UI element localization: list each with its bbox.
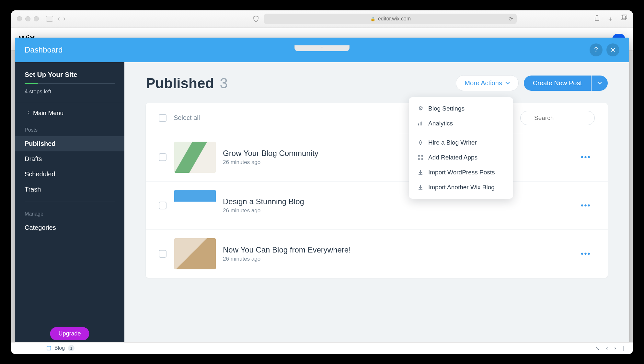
sidebar-item-drafts[interactable]: Drafts — [15, 151, 124, 167]
section-posts-label: Posts — [15, 123, 124, 136]
share-icon[interactable] — [594, 15, 600, 23]
sidebar-item-trash[interactable]: Trash — [15, 182, 124, 197]
browser-viewport: ⌃ WiX Dashboard ? ✕ Set Up Your Site — [11, 28, 633, 354]
post-time: 26 minutes ago — [223, 207, 304, 214]
create-post-dropdown[interactable] — [592, 76, 608, 91]
search-input[interactable] — [520, 111, 595, 125]
more-actions-dropdown: ⚙ Blog Settings Analytics — [409, 97, 513, 199]
bg-checkbox-icon — [47, 346, 51, 350]
url-text: editor.wix.com — [378, 16, 411, 22]
post-actions-icon[interactable]: ••• — [577, 198, 595, 213]
traffic-close[interactable] — [17, 16, 22, 21]
post-row[interactable]: Grow Your Blog Community 26 minutes ago … — [146, 133, 608, 182]
collapse-tab[interactable]: ⌃ — [294, 45, 350, 51]
traffic-min[interactable] — [25, 16, 30, 21]
apps-icon — [417, 155, 424, 160]
section-manage-label: Manage — [15, 206, 124, 220]
bg-tool-icon[interactable]: › — [615, 345, 616, 351]
pen-icon — [417, 140, 424, 145]
download-icon — [417, 185, 424, 190]
post-thumbnail — [174, 190, 216, 221]
svg-rect-6 — [418, 158, 420, 160]
mac-titlebar: ‹ › 🔒 editor.wix.com ⟳ ＋ — [11, 10, 633, 28]
setup-title: Set Up Your Site — [25, 71, 115, 78]
sidebar: Set Up Your Site 4 steps left 〈 Main Men… — [15, 62, 124, 350]
privacy-shield-icon[interactable] — [253, 16, 259, 22]
post-thumbnail — [174, 142, 216, 173]
svg-rect-1 — [622, 15, 627, 19]
mac-window: ‹ › 🔒 editor.wix.com ⟳ ＋ ⌃ WiX — [11, 10, 633, 354]
dd-analytics[interactable]: Analytics — [409, 116, 513, 131]
dashboard-modal: Dashboard ? ✕ Set Up Your Site 4 steps l… — [15, 38, 629, 350]
upgrade-button[interactable]: Upgrade — [50, 327, 89, 340]
svg-rect-4 — [418, 155, 420, 157]
post-checkbox[interactable] — [159, 250, 167, 258]
lock-icon: 🔒 — [370, 17, 375, 21]
select-all-checkbox[interactable] — [159, 114, 167, 122]
select-all-label: Select all — [174, 114, 200, 122]
gear-icon: ⚙ — [417, 105, 424, 112]
svg-rect-5 — [421, 155, 423, 157]
help-button[interactable]: ? — [590, 43, 603, 56]
sidebar-item-categories[interactable]: Categories — [15, 220, 124, 235]
more-actions-button[interactable]: More Actions — [456, 75, 519, 91]
post-actions-icon[interactable]: ••• — [577, 150, 595, 164]
sidebar-toggle[interactable] — [46, 16, 53, 22]
tabs-icon[interactable] — [621, 15, 627, 23]
dropdown-divider — [417, 133, 505, 133]
dd-hire-writer[interactable]: Hire a Blog Writer — [409, 135, 513, 150]
dd-import-wordpress[interactable]: Import WordPress Posts — [409, 165, 513, 180]
page-head: Published 3 More Actions Create New Post — [146, 75, 608, 91]
bg-bottom-strip: Blog 1 ⤡ ‹ › | — [11, 342, 633, 354]
post-actions-icon[interactable]: ••• — [577, 247, 595, 261]
bg-tool-icon[interactable]: | — [623, 345, 624, 351]
chevron-down-icon — [505, 82, 510, 85]
analytics-icon — [417, 121, 424, 126]
bg-tool-icon[interactable]: ⤡ — [595, 345, 600, 351]
nav-forward-icon[interactable]: › — [63, 15, 65, 23]
setup-progress-bar — [25, 83, 115, 84]
main-content: Published 3 More Actions Create New Post — [124, 62, 629, 350]
setup-card[interactable]: Set Up Your Site 4 steps left — [15, 62, 124, 103]
close-button[interactable]: ✕ — [606, 43, 619, 56]
dd-blog-settings[interactable]: ⚙ Blog Settings — [409, 101, 513, 116]
post-time: 26 minutes ago — [223, 256, 351, 262]
post-checkbox[interactable] — [159, 202, 167, 209]
svg-rect-7 — [421, 158, 423, 160]
bg-tool-icon[interactable]: ‹ — [606, 345, 608, 351]
create-post-button[interactable]: Create New Post — [524, 76, 591, 91]
bg-badge: 1 — [68, 345, 75, 351]
setup-steps-left: 4 steps left — [25, 88, 115, 95]
dashboard-title: Dashboard — [25, 45, 63, 54]
reload-icon[interactable]: ⟳ — [509, 16, 513, 22]
post-time: 26 minutes ago — [223, 159, 318, 166]
post-row[interactable]: Now You Can Blog from Everywhere! 26 min… — [146, 230, 608, 278]
sidebar-item-scheduled[interactable]: Scheduled — [15, 167, 124, 182]
post-title: Now You Can Blog from Everywhere! — [223, 245, 351, 254]
nav-back-icon[interactable]: ‹ — [58, 15, 60, 23]
post-title: Design a Stunning Blog — [223, 197, 304, 206]
posts-card: Select all — [146, 103, 608, 278]
post-title: Grow Your Blog Community — [223, 149, 318, 158]
sidebar-item-published[interactable]: Published — [15, 136, 124, 151]
post-row[interactable]: Design a Stunning Blog 26 minutes ago ••… — [146, 182, 608, 230]
dd-related-apps[interactable]: Add Related Apps — [409, 150, 513, 165]
download-icon — [417, 170, 424, 175]
chevron-left-icon: 〈 — [25, 110, 30, 116]
post-checkbox[interactable] — [159, 153, 167, 161]
sidebar-divider — [25, 202, 115, 202]
bg-blog-label: Blog — [54, 345, 65, 351]
new-tab-icon[interactable]: ＋ — [607, 15, 614, 23]
url-bar[interactable]: 🔒 editor.wix.com ⟳ — [264, 14, 517, 24]
traffic-lights — [17, 16, 39, 21]
post-thumbnail — [174, 238, 216, 269]
list-header: Select all — [146, 103, 608, 133]
page-title: Published 3 — [146, 75, 228, 91]
svg-rect-0 — [621, 16, 626, 20]
main-menu-link[interactable]: 〈 Main Menu — [15, 103, 124, 123]
dd-import-wix[interactable]: Import Another Wix Blog — [409, 180, 513, 195]
main-menu-label: Main Menu — [33, 110, 63, 117]
post-count: 3 — [220, 75, 227, 91]
traffic-max[interactable] — [34, 16, 39, 21]
